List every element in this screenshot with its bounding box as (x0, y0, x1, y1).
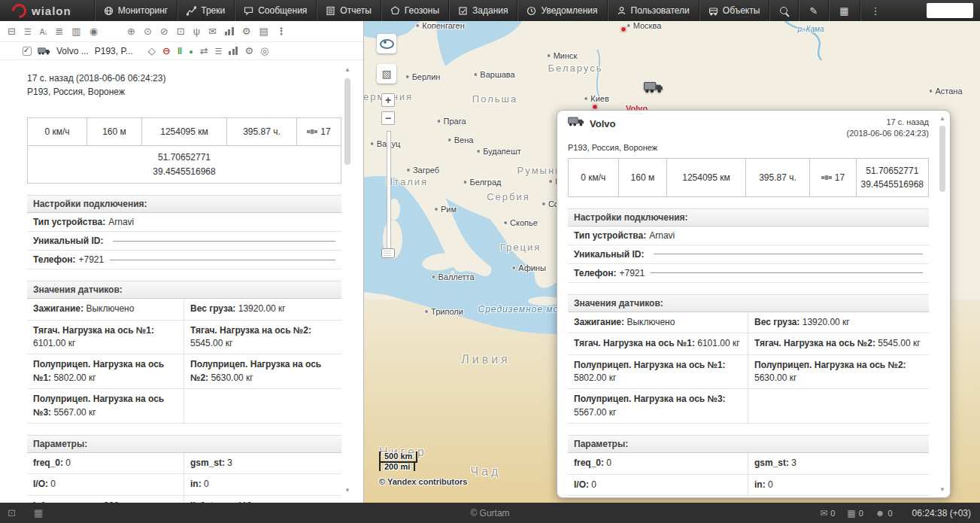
list-icon[interactable] (215, 46, 223, 56)
map-scale: 500 km 200 mi (379, 452, 417, 471)
tab-units[interactable]: Объекты (699, 0, 769, 21)
more-icon[interactable] (277, 26, 287, 36)
masked-value-line (110, 260, 335, 260)
tab-users[interactable]: Пользователи (607, 0, 699, 21)
map-red-marker[interactable] (620, 26, 627, 32)
stat-engine-hours: 395.87 ч. (746, 159, 810, 196)
signal-icon[interactable] (193, 26, 200, 36)
unit-map-truck-icon[interactable] (644, 81, 663, 93)
unit-stats-table: 0 км/ч 160 м 1254095 км 395.87 ч. 17 51.… (27, 117, 341, 184)
popup-scrollbar[interactable]: ▲ ▼ (938, 115, 947, 493)
counter-group: 0 0 0 (820, 509, 892, 518)
list-icon[interactable] (24, 26, 32, 36)
sensor-value: 5630.00 кг (211, 372, 253, 383)
address-icon[interactable] (90, 26, 98, 36)
sensor-value: 5567.00 кг (53, 407, 96, 418)
unit-list-name[interactable]: Volvo ... (56, 46, 89, 56)
section-params-header: Параметры: (568, 435, 929, 453)
extra-icon[interactable] (260, 46, 269, 56)
street-view-button[interactable] (377, 34, 396, 53)
select-all-icon[interactable] (8, 26, 16, 36)
panel-scrollbar[interactable]: ▲ ▼ (343, 66, 352, 494)
zoom-slider-handle[interactable] (381, 248, 395, 258)
tab-reports[interactable]: Отчеты (316, 0, 380, 21)
registry-icon[interactable] (259, 26, 268, 36)
tab-label: Уведомления (541, 5, 597, 16)
param-row: I/O: 0 in: 0 (27, 474, 341, 495)
search-icon (780, 7, 787, 14)
latitude: 51.70652771 (28, 151, 341, 165)
events-icon[interactable] (208, 26, 217, 36)
tab-notifications[interactable]: Уведомления (517, 0, 606, 21)
follow-unit-icon[interactable] (144, 26, 152, 36)
properties-icon[interactable] (242, 26, 251, 36)
zoom-in-button[interactable]: + (381, 93, 395, 107)
stat-altitude: 160 м (87, 118, 142, 145)
columns-icon[interactable] (71, 26, 80, 36)
sensor-row: Полуприцеп. Нагрузка на ось №1: 5802.00 … (568, 355, 929, 390)
params-table: freq_0: 0 gsm_st: 3 I/O: 0 in: 0 info_me… (568, 453, 929, 498)
search-button[interactable] (769, 0, 798, 21)
tab-monitoring[interactable]: Мониторинг (94, 0, 177, 21)
apps-grid-icon[interactable]: ▦ (34, 507, 43, 518)
tab-messages[interactable]: Сообщения (234, 0, 316, 21)
tab-label: Треки (201, 5, 225, 16)
tab-jobs[interactable]: Задания (448, 0, 517, 21)
sort-icon[interactable] (40, 26, 47, 36)
scroll-down-icon[interactable]: ▼ (344, 487, 351, 494)
connection-block-icon[interactable] (162, 46, 171, 56)
scroll-down-icon[interactable]: ▼ (939, 486, 946, 493)
connection-value: Arnavi (649, 230, 675, 241)
map-canvas[interactable]: КопенгагенМосквар. КамаМинскБеларусьБерл… (364, 21, 980, 503)
map-red-marker[interactable] (592, 104, 598, 110)
scroll-up-icon[interactable]: ▲ (344, 66, 351, 73)
accuracy-pause-icon[interactable] (177, 46, 182, 56)
chart-icon[interactable] (225, 27, 234, 35)
more-menu-button[interactable]: ⋮ (860, 0, 891, 21)
zoom-out-button[interactable]: − (381, 111, 395, 125)
satellites-icon (821, 174, 832, 181)
stat-coordinates: 51.70652771 39.4545516968 (857, 159, 928, 196)
param-row: freq_0: 0 gsm_st: 3 (568, 453, 929, 474)
map-label-country-lg: Ливия (461, 353, 511, 366)
connection-label: Телефон: (33, 254, 75, 265)
connection-value: Arnavi (108, 217, 134, 227)
sensor-value: 5567.00 кг (574, 407, 616, 418)
sensor-value: 13920.00 кг (238, 303, 286, 314)
chart-icon[interactable] (229, 47, 238, 55)
apps-button[interactable]: ▦ (828, 0, 859, 21)
sensor-row: Полуприцеп. Нагрузка на ось №3: 5567.00 … (568, 389, 929, 424)
filter-icon[interactable] (55, 26, 63, 36)
wialon-logo[interactable]: wialon (0, 0, 83, 21)
sensor-value: Выключено (627, 317, 675, 327)
unit-row-icons (148, 46, 269, 56)
zoom-slider-track[interactable] (387, 131, 391, 253)
map-label-city: Афины (511, 263, 546, 272)
param-label: in: (190, 479, 202, 489)
tools-button[interactable]: ✎ (798, 0, 828, 21)
scroll-up-icon[interactable]: ▲ (939, 115, 946, 122)
sensor-row: Полуприцеп. Нагрузка на ось №3: 5567.00 … (27, 389, 341, 424)
tab-geofences[interactable]: Геозоны (381, 0, 448, 21)
focus-map-icon[interactable] (127, 26, 135, 36)
tab-tracks[interactable]: Треки (177, 0, 234, 21)
monitor-icon[interactable] (177, 26, 185, 36)
screen-icon[interactable]: ⊡ (8, 507, 16, 518)
motion-icon[interactable] (148, 46, 156, 56)
unit-checkbox[interactable] (23, 47, 32, 56)
sensor-value: Выключено (86, 303, 134, 314)
scrollbar-thumb[interactable] (344, 78, 350, 165)
param-label: I/O: (574, 479, 589, 490)
topnav-white-panel[interactable] (927, 3, 973, 18)
map-layers-button[interactable]: ▧ (377, 64, 396, 84)
param-value: 0 (65, 458, 71, 468)
swap-icon[interactable] (200, 46, 208, 56)
param-label: gsm_st: (190, 458, 225, 468)
scrollbar-thumb[interactable] (939, 126, 945, 192)
dot-green-icon[interactable] (189, 46, 193, 56)
sensor-value: 6101.00 кг (33, 338, 75, 348)
unit-list-row[interactable]: Volvo ... P193, P... (0, 42, 363, 60)
properties-icon[interactable] (244, 46, 253, 56)
block-icon[interactable] (160, 26, 168, 36)
sensor-label: Тягач. Нагрузка на ось №1: (33, 325, 154, 336)
